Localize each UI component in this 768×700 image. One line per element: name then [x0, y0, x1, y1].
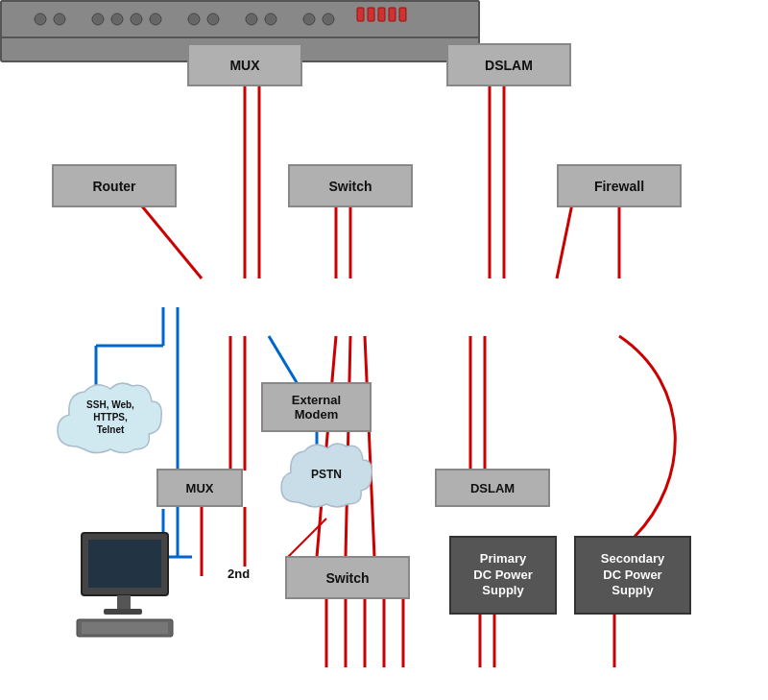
svg-point-66 — [131, 13, 142, 25]
mux-top-box: MUX — [187, 43, 302, 86]
svg-point-70 — [246, 13, 257, 25]
svg-line-37 — [288, 519, 326, 557]
svg-text:Telnet: Telnet — [97, 424, 125, 435]
secondary-dc-box: SecondaryDC PowerSupply — [574, 536, 691, 615]
svg-point-67 — [150, 13, 161, 25]
svg-rect-78 — [399, 8, 406, 21]
ssh-cloud: SSH, Web, HTTPS, Telnet — [48, 374, 173, 471]
firewall-box: Firewall — [557, 164, 682, 207]
svg-point-69 — [207, 13, 219, 25]
svg-rect-88 — [82, 622, 168, 634]
svg-text:PSTN: PSTN — [311, 468, 342, 481]
svg-rect-75 — [368, 8, 374, 21]
svg-point-72 — [303, 13, 315, 25]
svg-point-65 — [111, 13, 123, 25]
svg-line-34 — [269, 336, 298, 384]
rack-ports-bottom — [2, 2, 482, 40]
switch-top-box: Switch — [288, 164, 413, 207]
svg-text:HTTPS,: HTTPS, — [93, 412, 128, 422]
second-label: 2nd — [228, 567, 250, 581]
svg-point-68 — [188, 13, 200, 25]
svg-rect-86 — [104, 609, 142, 615]
svg-point-62 — [35, 13, 46, 25]
svg-point-71 — [265, 13, 276, 25]
svg-rect-76 — [378, 8, 385, 21]
svg-rect-77 — [389, 8, 396, 21]
svg-point-63 — [54, 13, 65, 25]
router-box: Router — [52, 164, 177, 207]
pstn-cloud: PSTN — [274, 437, 379, 523]
svg-point-73 — [323, 13, 334, 25]
svg-text:SSH, Web,: SSH, Web, — [86, 399, 134, 410]
mux-mid-box: MUX — [156, 469, 243, 507]
external-modem-box: ExternalModem — [261, 382, 372, 432]
svg-point-64 — [92, 13, 104, 25]
svg-rect-84 — [88, 540, 161, 588]
network-diagram: MUX DSLAM Router Switch Firewall Externa… — [0, 0, 768, 700]
primary-dc-box: PrimaryDC PowerSupply — [449, 536, 557, 615]
rack-unit-bottom — [0, 0, 480, 38]
svg-rect-74 — [357, 8, 364, 21]
switch-bottom-box: Switch — [285, 556, 410, 599]
computer — [67, 528, 192, 643]
dslam-top-box: DSLAM — [446, 43, 571, 86]
dslam-mid-box: DSLAM — [435, 469, 550, 507]
svg-rect-85 — [117, 595, 131, 610]
